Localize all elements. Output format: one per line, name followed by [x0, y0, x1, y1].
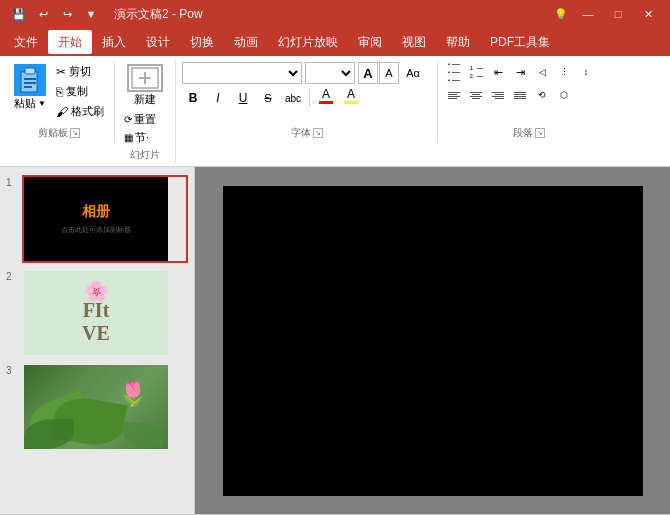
slide-item-2[interactable]: 2 🌸 FIt VE — [6, 269, 188, 357]
font-size-select[interactable] — [305, 62, 355, 84]
slide2-inner: 🌸 FIt VE — [24, 271, 168, 355]
paste-dropdown-icon[interactable]: ▼ — [38, 99, 46, 108]
new-slide-button[interactable]: 新建 — [121, 62, 169, 109]
subscript-button[interactable]: abc — [282, 87, 304, 109]
unordered-list-button[interactable]: • • • — [444, 62, 464, 82]
menu-transition[interactable]: 切换 — [180, 30, 224, 54]
copy-button[interactable]: ⎘ 复制 — [52, 82, 108, 101]
slide-thumbnail-2[interactable]: 🌸 FIt VE — [22, 269, 188, 357]
align-center-button[interactable] — [466, 85, 486, 105]
decrease-indent-button[interactable]: ⇤ — [488, 62, 508, 82]
slides-content: 新建 ⟳ 重置 ▦ 节· — [121, 62, 169, 146]
italic-button[interactable]: I — [207, 87, 229, 109]
slide-canvas[interactable] — [223, 186, 643, 496]
format-painter-button[interactable]: 🖌 格式刷 — [52, 102, 108, 121]
ribbon: 粘贴 ▼ ✂ 剪切 ⎘ 复制 🖌 格式刷 剪贴板 — [0, 56, 670, 167]
maximize-button[interactable]: □ — [604, 0, 632, 28]
close-button[interactable]: ✕ — [634, 0, 662, 28]
live-text: FIt VE — [82, 299, 110, 345]
main-area: 1 相册 点击此处可添加副标题 2 🌸 FIt — [0, 167, 670, 514]
justify-button[interactable] — [510, 85, 530, 105]
decrease-font-button[interactable]: A — [379, 62, 399, 84]
svg-rect-4 — [24, 86, 32, 88]
font-size-buttons: A A — [358, 62, 399, 84]
slides-panel: 1 相册 点击此处可添加副标题 2 🌸 FIt — [0, 167, 195, 514]
para-row1: • • • 1. 2. ⇤ ⇥ ◁ ⋮ ↕ — [444, 62, 614, 82]
slide-item-3[interactable]: 3 🌷 — [6, 363, 188, 451]
quick-access-toolbar: 💾 ↩ ↪ ▼ — [8, 3, 102, 25]
light-icon[interactable]: 💡 — [550, 3, 572, 25]
format-painter-icon: 🖌 — [56, 105, 68, 119]
slide1-content: 相册 点击此处可添加副标题 — [24, 177, 168, 261]
menu-bar: 文件 开始 插入 设计 切换 动画 幻灯片放映 审阅 视图 帮助 PDF工具集 — [0, 28, 670, 56]
increase-font-button[interactable]: A — [358, 62, 378, 84]
paragraph-expand[interactable]: ↘ — [535, 128, 545, 138]
strikethrough-button[interactable]: S — [257, 87, 279, 109]
reset-label: 重置 — [134, 112, 156, 127]
menu-help[interactable]: 帮助 — [436, 30, 480, 54]
align-left-button[interactable] — [444, 85, 464, 105]
redo-icon[interactable]: ↪ — [56, 3, 78, 25]
undo-icon[interactable]: ↩ — [32, 3, 54, 25]
cut-label: 剪切 — [69, 64, 91, 79]
menu-pdf[interactable]: PDF工具集 — [480, 30, 560, 54]
justify-icon — [514, 92, 526, 99]
smart-art-button[interactable]: ⬡ — [554, 85, 574, 105]
increase-indent-button[interactable]: ⇥ — [510, 62, 530, 82]
clipboard-expand[interactable]: ↘ — [70, 128, 80, 138]
text-direction-button[interactable]: ⟲ — [532, 85, 552, 105]
line-spacing-button[interactable]: ↕ — [576, 62, 596, 82]
paste-label: 粘贴 — [14, 96, 36, 111]
menu-file[interactable]: 文件 — [4, 30, 48, 54]
paste-icon — [14, 64, 46, 96]
reset-button[interactable]: ⟳ 重置 — [121, 111, 169, 128]
slide-item-1[interactable]: 1 相册 点击此处可添加副标题 — [6, 175, 188, 263]
paragraph-content: • • • 1. 2. ⇤ ⇥ ◁ ⋮ ↕ — [444, 62, 614, 105]
cut-button[interactable]: ✂ 剪切 — [52, 62, 108, 81]
underline-button[interactable]: U — [232, 87, 254, 109]
menu-view[interactable]: 视图 — [392, 30, 436, 54]
ordered-list-button[interactable]: 1. 2. — [466, 62, 486, 82]
menu-review[interactable]: 审阅 — [348, 30, 392, 54]
reset-icon: ⟳ — [124, 114, 132, 125]
clipboard-label: 剪贴板 ↘ — [10, 126, 108, 140]
slide3-flower: 🌷 — [118, 380, 148, 408]
font-row2: B I U S abc A A — [182, 87, 431, 109]
menu-home[interactable]: 开始 — [48, 30, 92, 54]
clipboard-small-btns: ✂ 剪切 ⎘ 复制 🖌 格式刷 — [52, 62, 108, 121]
menu-slideshow[interactable]: 幻灯片放映 — [268, 30, 348, 54]
slide3-content: 🌷 — [24, 365, 168, 449]
slide2-content: 🌸 FIt VE — [24, 271, 168, 355]
slide-thumbnail-1[interactable]: 相册 点击此处可添加副标题 — [22, 175, 188, 263]
font-color-button[interactable]: A — [315, 87, 337, 109]
clear-format-button[interactable]: Aα — [402, 62, 424, 84]
menu-insert[interactable]: 插入 — [92, 30, 136, 54]
paste-button[interactable]: 粘贴 ▼ — [10, 62, 50, 113]
ordered-list-icon: 1. 2. — [469, 65, 482, 79]
ribbon-slides-group: 新建 ⟳ 重置 ▦ 节· 幻灯片 — [117, 60, 176, 164]
live-row2: VE — [82, 322, 110, 345]
align-right-button[interactable] — [488, 85, 508, 105]
customize-icon[interactable]: ▼ — [80, 3, 102, 25]
copy-icon: ⎘ — [56, 85, 63, 99]
cut-icon: ✂ — [56, 65, 66, 79]
align-right-icon — [492, 92, 504, 99]
section-button[interactable]: ▦ 节· — [121, 129, 169, 146]
copy-label: 复制 — [66, 84, 88, 99]
unordered-list-icon: • • • — [448, 61, 460, 83]
paste-label-wrap: 粘贴 ▼ — [14, 96, 46, 111]
minimize-button[interactable]: — — [574, 0, 602, 28]
highlight-color-button[interactable]: A — [340, 87, 362, 109]
rtl-button[interactable]: ◁ — [532, 62, 552, 82]
bold-button[interactable]: B — [182, 87, 204, 109]
highlight-bar — [344, 101, 358, 104]
column-button[interactable]: ⋮ — [554, 62, 574, 82]
menu-design[interactable]: 设计 — [136, 30, 180, 54]
font-content: A A Aα B I U S abc A A — [182, 62, 431, 109]
font-expand[interactable]: ↘ — [313, 128, 323, 138]
slide-thumbnail-3[interactable]: 🌷 — [22, 363, 188, 451]
save-icon[interactable]: 💾 — [8, 3, 30, 25]
slide-number-2: 2 — [6, 271, 18, 282]
menu-animation[interactable]: 动画 — [224, 30, 268, 54]
font-name-select[interactable] — [182, 62, 302, 84]
